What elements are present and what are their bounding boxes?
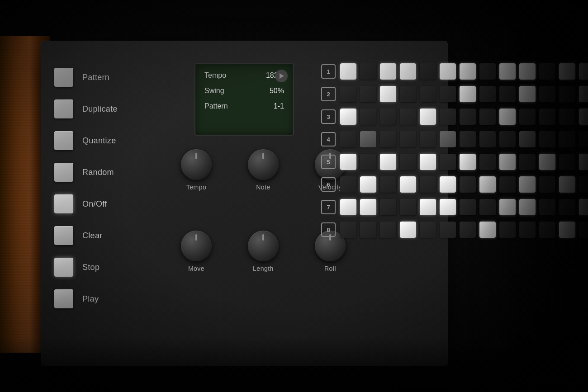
pad-t7-p6[interactable]: [440, 199, 456, 215]
length-knob[interactable]: [248, 231, 279, 261]
pad-t1-p12[interactable]: [559, 63, 575, 80]
pad-t7-p8[interactable]: [479, 199, 496, 215]
pad-t6-p10[interactable]: [519, 176, 536, 193]
pad-t2-p7[interactable]: [460, 86, 476, 102]
pad-t5-p2[interactable]: [360, 154, 376, 170]
clear-button[interactable]: [54, 226, 73, 245]
pad-t2-p6[interactable]: [440, 86, 456, 102]
pad-t4-p1[interactable]: [340, 131, 356, 147]
pad-t6-p7[interactable]: [460, 176, 476, 193]
pad-t1-p6[interactable]: [440, 63, 456, 80]
pad-t6-p2[interactable]: [360, 176, 376, 193]
pad-t6-p6[interactable]: [440, 176, 456, 193]
play-button[interactable]: [54, 289, 73, 308]
pad-t6-p12[interactable]: [559, 176, 575, 193]
pad-t5-p13[interactable]: [579, 154, 588, 170]
pad-t4-p10[interactable]: [519, 131, 536, 147]
pad-t1-p13[interactable]: [579, 63, 588, 80]
pad-t5-p4[interactable]: [400, 154, 416, 170]
pad-t4-p12[interactable]: [559, 131, 575, 147]
pad-t5-p3[interactable]: [380, 154, 396, 170]
pad-t4-p3[interactable]: [380, 131, 396, 147]
pad-t6-p5[interactable]: [420, 176, 436, 193]
stop-button[interactable]: [54, 258, 73, 277]
pad-t8-p8[interactable]: [479, 222, 496, 238]
pad-t5-p5[interactable]: [420, 154, 436, 170]
pad-t1-p11[interactable]: [539, 63, 555, 80]
pad-t5-p10[interactable]: [519, 154, 536, 170]
pad-t2-p2[interactable]: [360, 86, 376, 102]
pad-t3-p12[interactable]: [559, 109, 575, 125]
pad-t8-p3[interactable]: [380, 222, 396, 238]
pad-t7-p12[interactable]: [559, 199, 575, 215]
pad-t2-p1[interactable]: [340, 86, 356, 102]
pad-t5-p11[interactable]: [539, 154, 555, 170]
pad-t3-p6[interactable]: [440, 109, 456, 125]
pad-t8-p12[interactable]: [559, 222, 575, 238]
pad-t7-p1[interactable]: [340, 199, 356, 215]
pad-t1-p8[interactable]: [479, 63, 496, 80]
pad-t5-p1[interactable]: [340, 154, 356, 170]
pad-t7-p3[interactable]: [380, 199, 396, 215]
pad-t2-p4[interactable]: [400, 86, 416, 102]
pad-t3-p4[interactable]: [400, 109, 416, 125]
pad-t8-p10[interactable]: [519, 222, 536, 238]
pad-t7-p9[interactable]: [499, 199, 516, 215]
pad-t7-p5[interactable]: [420, 199, 436, 215]
pad-t3-p13[interactable]: [579, 109, 588, 125]
pad-t6-p1[interactable]: [340, 176, 356, 193]
pad-t3-p10[interactable]: [519, 109, 536, 125]
pad-t1-p2[interactable]: [360, 63, 376, 80]
pad-t4-p5[interactable]: [420, 131, 436, 147]
pad-t6-p3[interactable]: [380, 176, 396, 193]
pad-t6-p4[interactable]: [400, 176, 416, 193]
pad-t1-p9[interactable]: [499, 63, 516, 80]
pad-t2-p8[interactable]: [479, 86, 496, 102]
pad-t4-p11[interactable]: [539, 131, 555, 147]
pad-t8-p7[interactable]: [460, 222, 476, 238]
pad-t4-p7[interactable]: [460, 131, 476, 147]
pad-t1-p4[interactable]: [400, 63, 416, 80]
play-button-display[interactable]: [275, 70, 288, 82]
duplicate-button[interactable]: [54, 99, 73, 118]
pad-t1-p3[interactable]: [380, 63, 396, 80]
pad-t7-p4[interactable]: [400, 199, 416, 215]
pad-t3-p8[interactable]: [479, 109, 496, 125]
pad-t6-p11[interactable]: [539, 176, 555, 193]
pad-t3-p3[interactable]: [380, 109, 396, 125]
pad-t3-p2[interactable]: [360, 109, 376, 125]
pad-t7-p13[interactable]: [579, 199, 588, 215]
pad-t7-p2[interactable]: [360, 199, 376, 215]
pad-t2-p10[interactable]: [519, 86, 536, 102]
pad-t4-p2[interactable]: [360, 131, 376, 147]
quantize-button[interactable]: [54, 131, 73, 150]
pad-t8-p1[interactable]: [340, 222, 356, 238]
random-button[interactable]: [54, 163, 73, 182]
pad-t2-p12[interactable]: [559, 86, 575, 102]
pad-t8-p6[interactable]: [440, 222, 456, 238]
pad-t3-p9[interactable]: [499, 109, 516, 125]
pad-t8-p13[interactable]: [579, 222, 588, 238]
on-off-button[interactable]: [54, 194, 73, 213]
pad-t3-p1[interactable]: [340, 109, 356, 125]
pad-t1-p1[interactable]: [340, 63, 356, 80]
pad-t2-p9[interactable]: [499, 86, 516, 102]
pad-t5-p7[interactable]: [460, 154, 476, 170]
pad-t7-p10[interactable]: [519, 199, 536, 215]
pad-t2-p13[interactable]: [579, 86, 588, 102]
move-knob[interactable]: [181, 231, 212, 261]
tempo-knob[interactable]: [181, 149, 212, 180]
pad-t5-p9[interactable]: [499, 154, 516, 170]
pad-t4-p8[interactable]: [479, 131, 496, 147]
pad-t7-p11[interactable]: [539, 199, 555, 215]
pad-t8-p2[interactable]: [360, 222, 376, 238]
pad-t2-p5[interactable]: [420, 86, 436, 102]
pad-t5-p12[interactable]: [559, 154, 575, 170]
pad-t8-p4[interactable]: [400, 222, 416, 238]
pad-t2-p3[interactable]: [380, 86, 396, 102]
pad-t6-p8[interactable]: [479, 176, 496, 193]
pad-t1-p7[interactable]: [460, 63, 476, 80]
pad-t4-p6[interactable]: [440, 131, 456, 147]
pad-t1-p10[interactable]: [519, 63, 536, 80]
pad-t8-p9[interactable]: [499, 222, 516, 238]
